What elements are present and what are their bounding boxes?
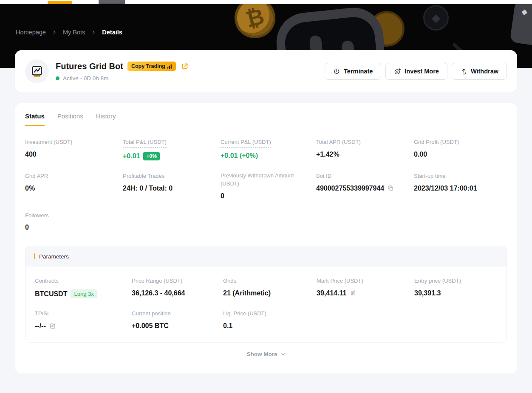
grid-bot-icon: [30, 65, 44, 78]
robot-corner-illustration: ◆: [509, 4, 532, 46]
chevron-down-icon: [280, 352, 286, 357]
parameters-panel: Parameters Contracts BTCUSDT Long 3x Pri…: [25, 246, 507, 343]
stat-followers: Followers 0: [25, 211, 123, 232]
stat-profitable-trades: Profitable Trades 24H: 0 / Total: 0: [123, 172, 221, 200]
param-tp-sl: TP/SL --/--: [35, 309, 132, 330]
parameters-body: Contracts BTCUSDT Long 3x Price Range (U…: [25, 267, 507, 342]
tab-status[interactable]: Status: [25, 112, 45, 126]
stat-grid-apr: Grid APR 0%: [25, 172, 123, 200]
stat-current-pnl: Current P&L (USDT) +0.01 (+0%): [221, 138, 316, 160]
nav-menu-fragment: [99, 0, 125, 4]
param-entry-price: Entry price (USDT) 39,391.3: [414, 277, 497, 298]
stat-grid-profit: Grid Profit (USDT) 0.00: [414, 138, 507, 160]
candlestick-chart-icon[interactable]: [350, 290, 357, 297]
bot-details-card: Status Positions History Investment (USD…: [15, 103, 517, 373]
dollar-plus-icon: $: [394, 68, 401, 75]
upload-arrow-icon: [460, 68, 467, 75]
ethereum-coin-illustration: ◆: [423, 5, 449, 31]
terminate-button[interactable]: Terminate: [325, 63, 381, 80]
chevron-right-icon: [91, 30, 96, 35]
breadcrumb-details: Details: [102, 29, 122, 36]
page-title: Futures Grid Bot: [56, 62, 123, 71]
leverage-badge: Long 3x: [71, 289, 97, 298]
copy-icon[interactable]: [388, 185, 394, 191]
edit-icon[interactable]: [49, 323, 56, 329]
svg-text:$: $: [396, 70, 399, 74]
power-icon: [333, 68, 340, 75]
status-text: Active - 0D 0h 8m: [63, 75, 108, 81]
breadcrumb: Homepage My Bots Details: [16, 29, 122, 36]
bitcoin-coin-illustration: ₿: [230, 4, 280, 42]
invest-more-button[interactable]: $ Invest More: [385, 63, 447, 80]
active-status-dot: [56, 76, 59, 80]
param-mark-price: Mark Price (USDT) 39,414.11: [317, 277, 414, 298]
top-nav-strip: [0, 0, 532, 4]
withdraw-button[interactable]: Withdraw: [452, 63, 507, 80]
nav-active-tab-indicator: [48, 1, 72, 4]
accent-bar: [34, 253, 35, 259]
param-contracts: Contracts BTCUSDT Long 3x: [35, 277, 132, 298]
stat-total-pnl: Total P&L (USDT) +0.01 +0%: [123, 138, 221, 160]
tab-positions[interactable]: Positions: [57, 112, 83, 126]
param-price-range: Price Range (USDT) 36,126.3 - 40,664: [132, 277, 223, 298]
param-current-position: Current position +0.005 BTC: [132, 309, 223, 330]
external-link-icon[interactable]: [181, 62, 189, 70]
chevron-right-icon: [52, 30, 57, 35]
stat-investment: Investment (USDT) 400: [25, 138, 123, 160]
copy-trading-badge[interactable]: Copy Trading: [127, 62, 176, 71]
stat-total-apr: Total APR (USDT) +1.42%: [316, 138, 414, 160]
bar-chart-icon: [167, 64, 172, 69]
stat-startup-time: Start-up time 2023/12/03 17:00:01: [414, 172, 507, 200]
tab-history[interactable]: History: [96, 112, 116, 126]
parameters-header: Parameters: [25, 246, 507, 267]
bot-header-card: Futures Grid Bot Copy Trading Active - 0: [15, 50, 517, 93]
pnl-percent-badge: +0%: [143, 152, 159, 160]
stat-previously-withdrawn: Previously Withdrawn Amount (USDT) 0: [221, 172, 316, 200]
detail-tabs: Status Positions History: [15, 103, 517, 126]
param-grids: Grids 21 (Arithmetic): [223, 277, 317, 298]
breadcrumb-my-bots[interactable]: My Bots: [63, 29, 85, 36]
bot-identity: Futures Grid Bot Copy Trading Active - 0: [25, 59, 189, 83]
param-liq-price: Liq. Price (USDT) 0.1: [223, 309, 317, 330]
bot-avatar: [25, 59, 49, 83]
show-more-button[interactable]: Show More: [15, 351, 517, 357]
header-actions: Terminate $ Invest More Withdraw: [325, 63, 507, 80]
status-stats-grid: Investment (USDT) 400 Total P&L (USDT) +…: [25, 138, 507, 231]
breadcrumb-homepage[interactable]: Homepage: [16, 29, 46, 36]
stat-bot-id: Bot ID 490002755339997944: [316, 172, 414, 200]
